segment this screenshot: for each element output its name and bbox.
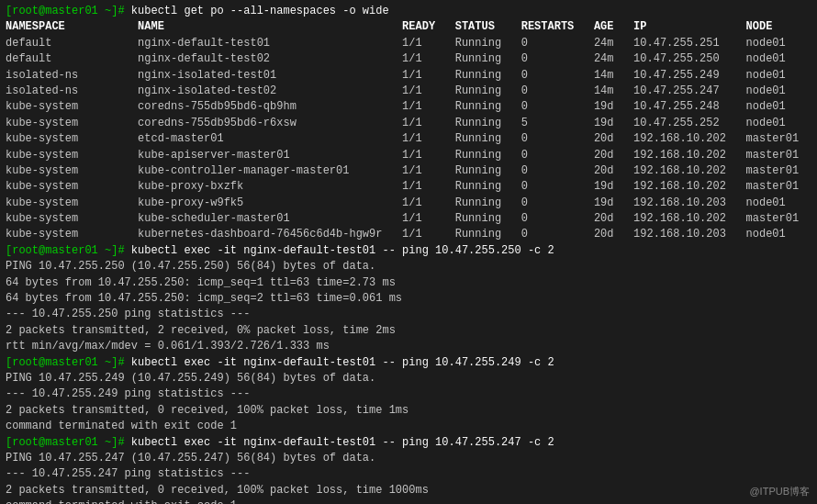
line-item: NAMESPACE NAME READY STATUS RESTARTS AGE… xyxy=(6,19,811,35)
line-item: [root@master01 ~]# kubectl get po --all-… xyxy=(6,4,811,19)
line-item: [root@master01 ~]# kubectl exec -it ngin… xyxy=(6,355,811,371)
line-item: rtt min/avg/max/mdev = 0.061/1.393/2.726… xyxy=(6,339,811,354)
line-item: kube-system kube-apiserver-master01 1/1 … xyxy=(6,148,811,163)
line-item: command terminated with exit code 1 xyxy=(6,419,811,434)
line-item: command terminated with exit code 1 xyxy=(6,498,811,504)
line-item: [root@master01 ~]# kubectl exec -it ngin… xyxy=(6,435,811,451)
line-item: PING 10.47.255.249 (10.47.255.249) 56(84… xyxy=(6,371,811,386)
line-item: --- 10.47.255.247 ping statistics --- xyxy=(6,466,811,482)
line-item: kube-system coredns-755db95bd6-r6xsw 1/1… xyxy=(6,116,811,131)
line-item: kube-system kube-proxy-bxzfk 1/1 Running… xyxy=(6,179,811,195)
line-item: isolated-ns nginx-isolated-test02 1/1 Ru… xyxy=(6,84,811,99)
terminal-output: [root@master01 ~]# kubectl get po --all-… xyxy=(6,4,811,504)
line-item: PING 10.47.255.250 (10.47.255.250) 56(84… xyxy=(6,259,811,274)
watermark-label: @ITPUB博客 xyxy=(749,485,810,498)
line-item: --- 10.47.255.249 ping statistics --- xyxy=(6,386,811,402)
line-item: kube-system etcd-master01 1/1 Running 0 … xyxy=(6,131,811,147)
line-item: 64 bytes from 10.47.255.250: icmp_seq=2 … xyxy=(6,291,811,307)
line-item: 64 bytes from 10.47.255.250: icmp_seq=1 … xyxy=(6,275,811,291)
line-item: [root@master01 ~]# kubectl exec -it ngin… xyxy=(6,243,811,259)
line-item: kube-system kube-scheduler-master01 1/1 … xyxy=(6,211,811,227)
line-item: default nginx-default-test01 1/1 Running… xyxy=(6,36,811,51)
line-item: kube-system kubernetes-dashboard-76456c6… xyxy=(6,227,811,242)
line-item: 2 packets transmitted, 2 received, 0% pa… xyxy=(6,323,811,339)
line-item: 2 packets transmitted, 0 received, 100% … xyxy=(6,483,811,498)
line-item: default nginx-default-test02 1/1 Running… xyxy=(6,51,811,67)
line-item: isolated-ns nginx-isolated-test01 1/1 Ru… xyxy=(6,68,811,84)
line-item: kube-system kube-proxy-w9fk5 1/1 Running… xyxy=(6,196,811,211)
line-item: kube-system kube-controller-manager-mast… xyxy=(6,163,811,179)
terminal-window[interactable]: [root@master01 ~]# kubectl get po --all-… xyxy=(0,0,817,504)
line-item: PING 10.47.255.247 (10.47.255.247) 56(84… xyxy=(6,451,811,466)
line-item: --- 10.47.255.250 ping statistics --- xyxy=(6,307,811,322)
line-item: 2 packets transmitted, 0 received, 100% … xyxy=(6,403,811,419)
line-item: kube-system coredns-755db95bd6-qb9hm 1/1… xyxy=(6,99,811,115)
